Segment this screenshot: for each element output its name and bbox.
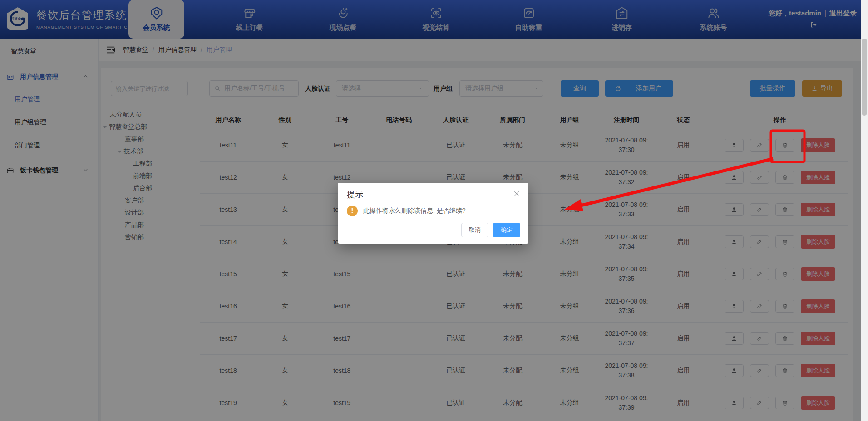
dialog-message: 此操作将永久删除该信息, 是否继续? (363, 207, 466, 215)
confirm-button[interactable]: 确定 (493, 223, 520, 237)
cancel-button[interactable]: 取消 (461, 223, 488, 237)
scrollbar[interactable] (861, 0, 868, 421)
confirm-dialog: 提示 此操作将永久删除该信息, 是否继续? 取消 确定 (338, 183, 528, 244)
close-icon[interactable] (513, 190, 520, 197)
scrollbar-thumb[interactable] (862, 39, 867, 116)
warning-icon (347, 206, 358, 216)
dialog-title: 提示 (347, 189, 363, 200)
